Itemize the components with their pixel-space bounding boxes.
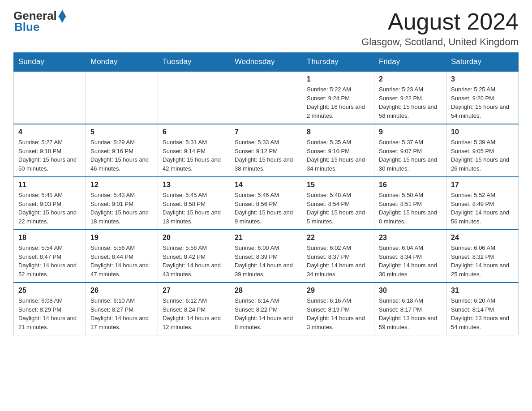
day-cell: 19Sunrise: 5:56 AMSunset: 8:44 PMDayligh… [86, 230, 158, 283]
day-cell: 28Sunrise: 6:14 AMSunset: 8:22 PMDayligh… [230, 283, 302, 335]
day-cell: 12Sunrise: 5:43 AMSunset: 9:01 PMDayligh… [86, 177, 158, 230]
week-row-1: 1Sunrise: 5:22 AMSunset: 9:24 PMDaylight… [14, 71, 519, 124]
day-number: 5 [90, 128, 153, 136]
day-header-monday: Monday [86, 53, 158, 72]
day-info: Sunrise: 6:20 AMSunset: 8:14 PMDaylight:… [451, 296, 514, 331]
day-cell [86, 71, 158, 124]
day-info: Sunrise: 6:18 AMSunset: 8:17 PMDaylight:… [379, 296, 442, 331]
day-info: Sunrise: 6:06 AMSunset: 8:32 PMDaylight:… [451, 244, 514, 278]
day-header-sunday: Sunday [14, 53, 86, 72]
day-number: 6 [163, 128, 225, 136]
day-cell: 29Sunrise: 6:16 AMSunset: 8:19 PMDayligh… [302, 283, 374, 335]
day-cell [158, 71, 230, 124]
day-number: 3 [451, 75, 514, 83]
day-cell: 18Sunrise: 5:54 AMSunset: 8:47 PMDayligh… [14, 230, 86, 283]
day-number: 10 [451, 128, 514, 136]
day-info: Sunrise: 5:50 AMSunset: 8:51 PMDaylight:… [379, 191, 442, 226]
day-number: 12 [90, 181, 153, 189]
day-info: Sunrise: 5:43 AMSunset: 9:01 PMDaylight:… [90, 191, 153, 226]
day-info: Sunrise: 5:54 AMSunset: 8:47 PMDaylight:… [18, 244, 81, 278]
calendar-header: SundayMondayTuesdayWednesdayThursdayFrid… [14, 53, 519, 72]
day-number: 20 [163, 234, 225, 242]
day-cell: 23Sunrise: 6:04 AMSunset: 8:34 PMDayligh… [374, 230, 446, 283]
logo-blue-text: Blue [14, 20, 39, 34]
day-info: Sunrise: 5:29 AMSunset: 9:16 PMDaylight:… [90, 138, 153, 173]
day-cell: 1Sunrise: 5:22 AMSunset: 9:24 PMDaylight… [302, 71, 374, 124]
day-cell: 8Sunrise: 5:35 AMSunset: 9:10 PMDaylight… [302, 124, 374, 177]
day-info: Sunrise: 6:16 AMSunset: 8:19 PMDaylight:… [307, 296, 369, 331]
day-cell: 14Sunrise: 5:46 AMSunset: 8:56 PMDayligh… [230, 177, 302, 230]
day-cell: 25Sunrise: 6:08 AMSunset: 8:29 PMDayligh… [14, 283, 86, 335]
day-info: Sunrise: 5:48 AMSunset: 8:54 PMDaylight:… [307, 191, 369, 226]
day-info: Sunrise: 5:33 AMSunset: 9:12 PMDaylight:… [235, 138, 297, 173]
day-info: Sunrise: 5:35 AMSunset: 9:10 PMDaylight:… [307, 138, 369, 173]
day-number: 27 [163, 287, 225, 295]
day-info: Sunrise: 5:23 AMSunset: 9:22 PMDaylight:… [379, 85, 442, 120]
day-header-tuesday: Tuesday [158, 53, 230, 72]
day-number: 15 [307, 181, 369, 189]
day-number: 18 [18, 234, 81, 242]
day-cell: 30Sunrise: 6:18 AMSunset: 8:17 PMDayligh… [374, 283, 446, 335]
day-cell: 16Sunrise: 5:50 AMSunset: 8:51 PMDayligh… [374, 177, 446, 230]
day-cell: 13Sunrise: 5:45 AMSunset: 8:58 PMDayligh… [158, 177, 230, 230]
logo: General Blue [13, 9, 66, 34]
day-number: 14 [235, 181, 297, 189]
days-header-row: SundayMondayTuesdayWednesdayThursdayFrid… [14, 53, 519, 72]
day-number: 2 [379, 75, 442, 83]
day-info: Sunrise: 5:31 AMSunset: 9:14 PMDaylight:… [163, 138, 225, 173]
day-number: 30 [379, 287, 442, 295]
day-info: Sunrise: 6:00 AMSunset: 8:39 PMDaylight:… [235, 244, 297, 278]
day-cell [14, 71, 86, 124]
day-cell: 6Sunrise: 5:31 AMSunset: 9:14 PMDaylight… [158, 124, 230, 177]
day-number: 22 [307, 234, 369, 242]
day-header-wednesday: Wednesday [230, 53, 302, 72]
day-cell [230, 71, 302, 124]
day-number: 8 [307, 128, 369, 136]
day-number: 28 [235, 287, 297, 295]
day-cell: 9Sunrise: 5:37 AMSunset: 9:07 PMDaylight… [374, 124, 446, 177]
month-title: August 2024 [361, 9, 519, 34]
week-row-4: 18Sunrise: 5:54 AMSunset: 8:47 PMDayligh… [14, 230, 519, 283]
day-info: Sunrise: 6:12 AMSunset: 8:24 PMDaylight:… [163, 296, 225, 331]
calendar-table: SundayMondayTuesdayWednesdayThursdayFrid… [13, 52, 519, 335]
week-row-2: 4Sunrise: 5:27 AMSunset: 9:18 PMDaylight… [14, 124, 519, 177]
day-number: 21 [235, 234, 297, 242]
day-number: 25 [18, 287, 81, 295]
day-number: 17 [451, 181, 514, 189]
day-cell: 5Sunrise: 5:29 AMSunset: 9:16 PMDaylight… [86, 124, 158, 177]
day-info: Sunrise: 5:37 AMSunset: 9:07 PMDaylight:… [379, 138, 442, 173]
day-number: 4 [18, 128, 81, 136]
day-number: 26 [90, 287, 153, 295]
day-cell: 15Sunrise: 5:48 AMSunset: 8:54 PMDayligh… [302, 177, 374, 230]
day-header-friday: Friday [374, 53, 446, 72]
week-row-3: 11Sunrise: 5:41 AMSunset: 9:03 PMDayligh… [14, 177, 519, 230]
day-number: 31 [451, 287, 514, 295]
day-info: Sunrise: 5:39 AMSunset: 9:05 PMDaylight:… [451, 138, 514, 173]
day-number: 16 [379, 181, 442, 189]
day-info: Sunrise: 5:52 AMSunset: 8:49 PMDaylight:… [451, 191, 514, 226]
day-info: Sunrise: 5:22 AMSunset: 9:24 PMDaylight:… [307, 85, 369, 120]
day-cell: 4Sunrise: 5:27 AMSunset: 9:18 PMDaylight… [14, 124, 86, 177]
day-number: 7 [235, 128, 297, 136]
day-cell: 17Sunrise: 5:52 AMSunset: 8:49 PMDayligh… [446, 177, 519, 230]
day-cell: 24Sunrise: 6:06 AMSunset: 8:32 PMDayligh… [446, 230, 519, 283]
day-info: Sunrise: 5:27 AMSunset: 9:18 PMDaylight:… [18, 138, 81, 173]
title-block: August 2024 Glasgow, Scotland, United Ki… [361, 9, 519, 48]
day-info: Sunrise: 6:08 AMSunset: 8:29 PMDaylight:… [18, 296, 81, 331]
day-cell: 21Sunrise: 6:00 AMSunset: 8:39 PMDayligh… [230, 230, 302, 283]
day-number: 1 [307, 75, 369, 83]
day-header-thursday: Thursday [302, 53, 374, 72]
day-number: 19 [90, 234, 153, 242]
day-info: Sunrise: 6:10 AMSunset: 8:27 PMDaylight:… [90, 296, 153, 331]
page-header: General Blue August 2024 Glasgow, Scotla… [13, 9, 519, 48]
day-cell: 26Sunrise: 6:10 AMSunset: 8:27 PMDayligh… [86, 283, 158, 335]
day-info: Sunrise: 5:46 AMSunset: 8:56 PMDaylight:… [235, 191, 297, 226]
location-subtitle: Glasgow, Scotland, United Kingdom [361, 36, 519, 48]
calendar-body: 1Sunrise: 5:22 AMSunset: 9:24 PMDaylight… [14, 71, 519, 335]
day-number: 29 [307, 287, 369, 295]
day-cell: 22Sunrise: 6:02 AMSunset: 8:37 PMDayligh… [302, 230, 374, 283]
day-info: Sunrise: 5:58 AMSunset: 8:42 PMDaylight:… [163, 244, 225, 278]
day-cell: 2Sunrise: 5:23 AMSunset: 9:22 PMDaylight… [374, 71, 446, 124]
day-info: Sunrise: 5:56 AMSunset: 8:44 PMDaylight:… [90, 244, 153, 278]
day-info: Sunrise: 6:14 AMSunset: 8:22 PMDaylight:… [235, 296, 297, 331]
